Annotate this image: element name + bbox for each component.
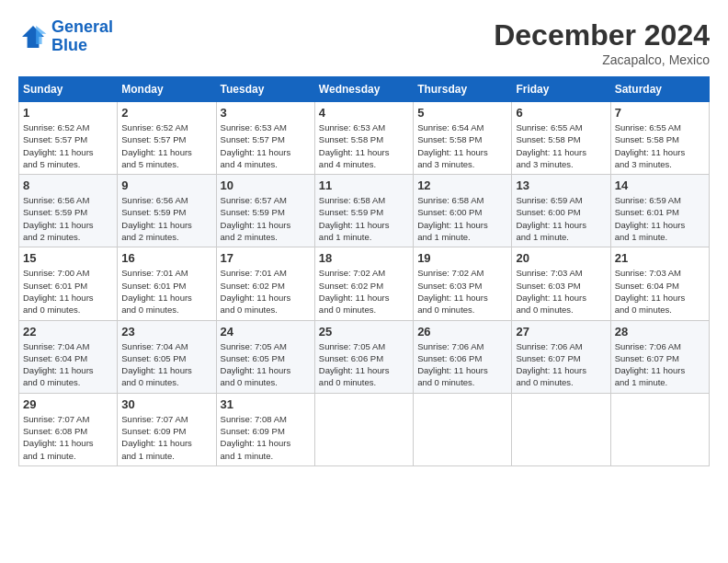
day-header-sunday: Sunday [19, 77, 118, 102]
calendar-cell: 4Sunrise: 6:53 AM Sunset: 5:58 PM Daylig… [314, 102, 413, 175]
calendar-cell: 6Sunrise: 6:55 AM Sunset: 5:58 PM Daylig… [512, 102, 610, 175]
calendar-cell: 9Sunrise: 6:56 AM Sunset: 5:59 PM Daylig… [118, 175, 216, 247]
cell-info: Sunrise: 7:00 AM Sunset: 6:01 PM Dayligh… [23, 267, 113, 316]
cell-info: Sunrise: 6:54 AM Sunset: 5:58 PM Dayligh… [417, 121, 507, 170]
day-header-saturday: Saturday [610, 77, 709, 102]
day-number: 24 [221, 325, 311, 339]
cell-info: Sunrise: 6:56 AM Sunset: 5:59 PM Dayligh… [23, 194, 113, 243]
day-number: 15 [23, 251, 113, 265]
calendar-cell: 25Sunrise: 7:05 AM Sunset: 6:06 PM Dayli… [314, 320, 413, 393]
week-row-2: 8Sunrise: 6:56 AM Sunset: 5:59 PM Daylig… [19, 175, 710, 247]
calendar-cell: 31Sunrise: 7:08 AM Sunset: 6:09 PM Dayli… [216, 393, 314, 465]
calendar-cell: 16Sunrise: 7:01 AM Sunset: 6:01 PM Dayli… [118, 247, 216, 320]
calendar-cell: 3Sunrise: 6:53 AM Sunset: 5:57 PM Daylig… [216, 102, 314, 175]
day-number: 2 [121, 106, 211, 120]
day-number: 30 [121, 397, 211, 411]
cell-info: Sunrise: 6:59 AM Sunset: 6:00 PM Dayligh… [516, 194, 606, 243]
cell-info: Sunrise: 6:53 AM Sunset: 5:58 PM Dayligh… [319, 121, 409, 170]
day-number: 22 [23, 325, 113, 339]
svg-marker-1 [36, 26, 46, 44]
day-number: 29 [23, 397, 113, 411]
day-number: 6 [516, 106, 606, 120]
day-number: 16 [121, 251, 211, 265]
day-number: 5 [417, 106, 507, 120]
calendar-header-row: SundayMondayTuesdayWednesdayThursdayFrid… [19, 77, 710, 102]
calendar-cell: 12Sunrise: 6:58 AM Sunset: 6:00 PM Dayli… [414, 175, 512, 247]
cell-info: Sunrise: 7:04 AM Sunset: 6:04 PM Dayligh… [23, 340, 113, 389]
cell-info: Sunrise: 6:55 AM Sunset: 5:58 PM Dayligh… [516, 121, 606, 170]
cell-info: Sunrise: 7:02 AM Sunset: 6:03 PM Dayligh… [417, 267, 507, 316]
cell-info: Sunrise: 7:06 AM Sunset: 6:06 PM Dayligh… [417, 340, 507, 389]
calendar-cell: 5Sunrise: 6:54 AM Sunset: 5:58 PM Daylig… [414, 102, 512, 175]
calendar-cell [610, 393, 709, 465]
calendar-cell: 19Sunrise: 7:02 AM Sunset: 6:03 PM Dayli… [414, 247, 512, 320]
day-number: 4 [319, 106, 409, 120]
calendar-table: SundayMondayTuesdayWednesdayThursdayFrid… [18, 76, 710, 466]
day-header-friday: Friday [512, 77, 610, 102]
day-number: 13 [516, 178, 606, 192]
cell-info: Sunrise: 7:03 AM Sunset: 6:03 PM Dayligh… [516, 267, 606, 316]
day-number: 9 [121, 178, 211, 192]
calendar-cell: 28Sunrise: 7:06 AM Sunset: 6:07 PM Dayli… [610, 320, 709, 393]
cell-info: Sunrise: 7:02 AM Sunset: 6:02 PM Dayligh… [319, 267, 409, 316]
calendar-cell: 10Sunrise: 6:57 AM Sunset: 5:59 PM Dayli… [216, 175, 314, 247]
day-number: 10 [221, 178, 311, 192]
calendar-cell: 22Sunrise: 7:04 AM Sunset: 6:04 PM Dayli… [19, 320, 118, 393]
location: Zacapalco, Mexico [494, 52, 710, 67]
day-number: 21 [615, 251, 705, 265]
cell-info: Sunrise: 7:08 AM Sunset: 6:09 PM Dayligh… [221, 413, 311, 462]
day-header-wednesday: Wednesday [314, 77, 413, 102]
cell-info: Sunrise: 7:07 AM Sunset: 6:09 PM Dayligh… [121, 413, 211, 462]
day-header-tuesday: Tuesday [216, 77, 314, 102]
day-number: 11 [319, 178, 409, 192]
day-number: 7 [615, 106, 705, 120]
cell-info: Sunrise: 6:52 AM Sunset: 5:57 PM Dayligh… [121, 121, 211, 170]
week-row-4: 22Sunrise: 7:04 AM Sunset: 6:04 PM Dayli… [19, 320, 710, 393]
calendar-cell: 11Sunrise: 6:58 AM Sunset: 5:59 PM Dayli… [314, 175, 413, 247]
calendar-cell: 13Sunrise: 6:59 AM Sunset: 6:00 PM Dayli… [512, 175, 610, 247]
day-number: 14 [615, 178, 705, 192]
calendar-cell [314, 393, 413, 465]
title-block: December 2024 Zacapalco, Mexico [494, 18, 710, 67]
cell-info: Sunrise: 7:04 AM Sunset: 6:05 PM Dayligh… [121, 340, 211, 389]
day-number: 26 [417, 325, 507, 339]
calendar-cell [414, 393, 512, 465]
logo: General Blue [18, 18, 113, 55]
logo-text: General Blue [51, 18, 113, 55]
day-number: 8 [23, 178, 113, 192]
day-number: 19 [417, 251, 507, 265]
calendar-cell: 18Sunrise: 7:02 AM Sunset: 6:02 PM Dayli… [314, 247, 413, 320]
calendar-cell: 8Sunrise: 6:56 AM Sunset: 5:59 PM Daylig… [19, 175, 118, 247]
cell-info: Sunrise: 6:55 AM Sunset: 5:58 PM Dayligh… [615, 121, 705, 170]
cell-info: Sunrise: 6:57 AM Sunset: 5:59 PM Dayligh… [221, 194, 311, 243]
calendar-cell: 1Sunrise: 6:52 AM Sunset: 5:57 PM Daylig… [19, 102, 118, 175]
calendar-cell: 21Sunrise: 7:03 AM Sunset: 6:04 PM Dayli… [610, 247, 709, 320]
calendar-cell: 20Sunrise: 7:03 AM Sunset: 6:03 PM Dayli… [512, 247, 610, 320]
month-title: December 2024 [494, 18, 710, 52]
cell-info: Sunrise: 7:01 AM Sunset: 6:02 PM Dayligh… [221, 267, 311, 316]
day-header-thursday: Thursday [414, 77, 512, 102]
cell-info: Sunrise: 6:58 AM Sunset: 6:00 PM Dayligh… [417, 194, 507, 243]
logo-icon [18, 22, 48, 52]
page-header: General Blue December 2024 Zacapalco, Me… [18, 18, 710, 67]
calendar-cell: 24Sunrise: 7:05 AM Sunset: 6:05 PM Dayli… [216, 320, 314, 393]
day-number: 3 [221, 106, 311, 120]
cell-info: Sunrise: 7:05 AM Sunset: 6:05 PM Dayligh… [221, 340, 311, 389]
day-header-monday: Monday [118, 77, 216, 102]
day-number: 18 [319, 251, 409, 265]
day-number: 1 [23, 106, 113, 120]
day-number: 25 [319, 325, 409, 339]
week-row-1: 1Sunrise: 6:52 AM Sunset: 5:57 PM Daylig… [19, 102, 710, 175]
calendar-cell: 2Sunrise: 6:52 AM Sunset: 5:57 PM Daylig… [118, 102, 216, 175]
calendar-cell: 23Sunrise: 7:04 AM Sunset: 6:05 PM Dayli… [118, 320, 216, 393]
calendar-cell: 17Sunrise: 7:01 AM Sunset: 6:02 PM Dayli… [216, 247, 314, 320]
calendar-cell: 26Sunrise: 7:06 AM Sunset: 6:06 PM Dayli… [414, 320, 512, 393]
cell-info: Sunrise: 7:06 AM Sunset: 6:07 PM Dayligh… [516, 340, 606, 389]
calendar-cell: 14Sunrise: 6:59 AM Sunset: 6:01 PM Dayli… [610, 175, 709, 247]
calendar-cell: 29Sunrise: 7:07 AM Sunset: 6:08 PM Dayli… [19, 393, 118, 465]
day-number: 31 [221, 397, 311, 411]
cell-info: Sunrise: 7:01 AM Sunset: 6:01 PM Dayligh… [121, 267, 211, 316]
calendar-cell [512, 393, 610, 465]
week-row-5: 29Sunrise: 7:07 AM Sunset: 6:08 PM Dayli… [19, 393, 710, 465]
day-number: 28 [615, 325, 705, 339]
